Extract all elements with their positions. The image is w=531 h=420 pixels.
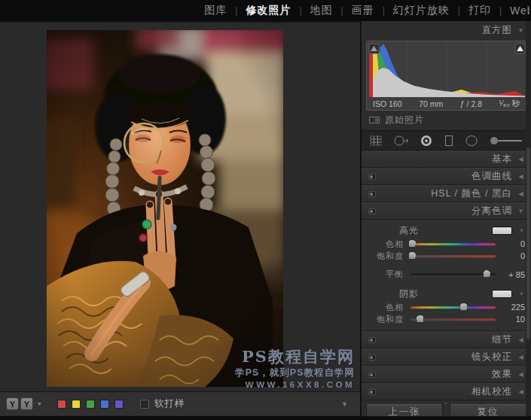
shadows-label: 阴影 xyxy=(399,288,419,300)
filmstrip-edge xyxy=(0,416,531,420)
panel-detail[interactable]: 细节 ◀ xyxy=(362,331,531,348)
iso-value: ISO 160 xyxy=(373,99,402,108)
chevron-left-icon: ◀ xyxy=(517,371,524,378)
highlights-saturation-value[interactable]: 0 xyxy=(502,251,525,260)
spot-removal-icon[interactable] xyxy=(393,135,410,147)
slider-thumb[interactable] xyxy=(483,269,491,278)
histogram[interactable]: ISO 160 70 mm ƒ / 2.8 ¹⁄₈₀ 秒 xyxy=(366,41,526,111)
shadows-saturation-label: 饱和度 xyxy=(368,314,404,325)
balance-label: 平衡 xyxy=(368,269,404,280)
slider-thumb[interactable] xyxy=(408,251,417,260)
slider-thumb[interactable] xyxy=(408,239,417,248)
module-print[interactable]: 打印 xyxy=(468,4,491,17)
panel-toggle-switch[interactable] xyxy=(368,174,376,180)
menu-separator: | xyxy=(458,5,460,16)
shadows-saturation-slider[interactable] xyxy=(410,318,496,321)
panel-toggle-switch[interactable] xyxy=(368,355,376,361)
radial-filter-icon[interactable] xyxy=(465,135,478,147)
color-label-purple[interactable] xyxy=(114,400,124,409)
scrollbar-thumb[interactable] xyxy=(526,148,530,339)
develop-canvas: PS教程自学网 学PS，就到PS教程自学网 WWW.16XX8.COM xyxy=(0,21,360,391)
chevron-down-icon: ▼ xyxy=(517,27,524,34)
original-photo-row: 原始照片 xyxy=(369,114,523,126)
chevron-left-icon: ◀ xyxy=(517,354,524,361)
panel-toggle-switch[interactable] xyxy=(368,337,376,343)
original-photo-label: 原始照片 xyxy=(385,114,424,126)
chevron-left-icon: ◀ xyxy=(517,173,524,180)
balance-slider[interactable] xyxy=(410,273,496,275)
panel-split-toning[interactable]: 分离色调 ▼ xyxy=(362,202,531,220)
highlights-saturation-slider[interactable] xyxy=(410,255,496,257)
shadows-color-swatch[interactable] xyxy=(492,290,512,298)
panel-split-toning-label: 分离色调 xyxy=(471,205,512,218)
chevron-down-icon: ▼ xyxy=(517,208,524,215)
highlights-hue-label: 色相 xyxy=(368,239,404,250)
aperture-value: ƒ / 2.8 xyxy=(460,99,482,108)
soft-proofing-label: 软打样 xyxy=(154,397,185,410)
panel-toggle-switch[interactable] xyxy=(368,389,376,395)
color-label-green[interactable] xyxy=(86,400,95,409)
before-after-preview-icon[interactable] xyxy=(369,117,380,123)
highlights-hue-slider[interactable] xyxy=(410,243,496,245)
module-develop[interactable]: 修改照片 xyxy=(246,4,291,17)
menu-separator: | xyxy=(235,5,237,16)
panel-tone-curve-label: 色调曲线 xyxy=(471,170,512,183)
histogram-title: 直方图 xyxy=(482,24,513,37)
panel-lens-corrections-label: 镜头校正 xyxy=(471,351,512,364)
chevron-left-icon: ◀ xyxy=(517,336,524,343)
slider-thumb[interactable] xyxy=(416,315,424,323)
panel-toggle-switch[interactable] xyxy=(368,372,376,378)
color-label-red[interactable] xyxy=(57,400,66,409)
highlights-color-swatch[interactable] xyxy=(492,227,512,235)
balance-value[interactable]: + 85 xyxy=(502,270,525,279)
panel-camera-calibration[interactable]: 相机校准 ◀ xyxy=(362,383,531,400)
module-map[interactable]: 地图 xyxy=(310,4,333,17)
shadows-hue-slider[interactable] xyxy=(410,306,496,309)
photo[interactable] xyxy=(47,30,283,387)
graduated-filter-icon[interactable] xyxy=(444,135,454,147)
tool-strip xyxy=(362,130,531,151)
module-web[interactable]: Web xyxy=(510,5,529,17)
panel-effects-label: 效果 xyxy=(492,368,512,381)
lightroom-develop-window: 图库 | 修改照片 | 地图 | 画册 | 幻灯片放映 | 打印 | Web xyxy=(0,0,531,420)
panel-camera-calibration-label: 相机校准 xyxy=(471,385,512,398)
exif-info-row: ISO 160 70 mm ƒ / 2.8 ¹⁄₈₀ 秒 xyxy=(367,97,526,111)
crop-overlay-icon[interactable] xyxy=(369,135,383,147)
panel-hsl[interactable]: HSL / 颜色 / 黑白 ◀ xyxy=(362,185,531,202)
before-after-left-button[interactable]: Y xyxy=(6,397,19,410)
panel-lens-corrections[interactable]: 镜头校正 ◀ xyxy=(362,348,531,366)
slider-thumb[interactable] xyxy=(459,303,468,311)
panel-tone-curve[interactable]: 色调曲线 ◀ xyxy=(362,168,531,185)
module-book[interactable]: 画册 xyxy=(352,4,374,17)
chevron-down-icon: ▼ xyxy=(518,227,525,234)
menu-separator: | xyxy=(341,5,343,16)
panel-toggle-switch[interactable] xyxy=(368,208,376,215)
panel-scrollbar[interactable] xyxy=(526,21,531,420)
highlights-label: 高光 xyxy=(399,224,419,237)
color-label-blue[interactable] xyxy=(100,400,109,409)
red-eye-icon[interactable] xyxy=(420,135,432,147)
panel-basic[interactable]: 基本 ◀ xyxy=(362,151,531,168)
menu-separator: | xyxy=(383,5,385,16)
adjustment-brush-icon[interactable] xyxy=(489,135,523,147)
module-slideshow[interactable]: 幻灯片放映 xyxy=(393,4,450,17)
menu-separator: | xyxy=(499,5,502,16)
before-after-right-button[interactable]: Y xyxy=(20,397,33,410)
chevron-left-icon: ◀ xyxy=(517,156,524,163)
toolbar-options-dropdown-icon[interactable]: ▼ xyxy=(341,400,348,408)
color-label-yellow[interactable] xyxy=(72,400,81,409)
panel-effects[interactable]: 效果 ◀ xyxy=(362,366,531,383)
chevron-down-icon: ▼ xyxy=(518,291,525,297)
module-library[interactable]: 图库 xyxy=(204,4,227,17)
soft-proofing-checkbox[interactable] xyxy=(140,400,149,409)
histogram-graphic xyxy=(367,41,526,97)
color-label-group xyxy=(57,400,124,409)
before-after-dropdown-icon[interactable]: ▼ xyxy=(37,401,42,406)
highlights-hue-value[interactable]: 0 xyxy=(502,239,525,248)
panel-end-notch-icon: ▲ xyxy=(444,400,448,405)
right-panel: 直方图 ▼ xyxy=(360,21,531,420)
shadows-saturation-value[interactable]: 10 xyxy=(502,315,525,324)
histogram-header[interactable]: 直方图 ▼ xyxy=(362,21,531,39)
shadows-hue-value[interactable]: 225 xyxy=(502,303,525,312)
panel-toggle-switch[interactable] xyxy=(368,191,376,197)
